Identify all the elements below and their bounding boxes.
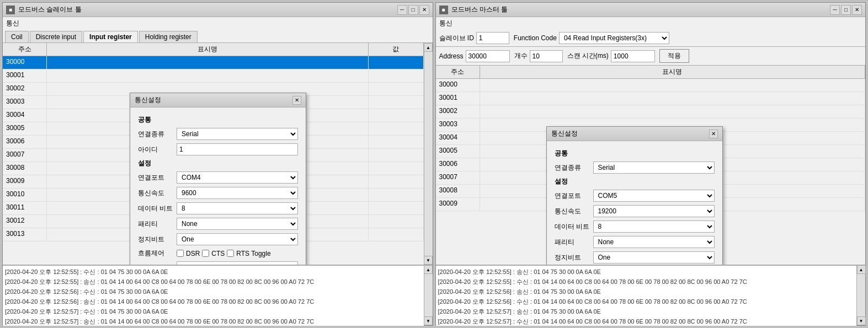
master-parity-select[interactable]: None: [593, 236, 715, 248]
slave-mode-select[interactable]: RTU: [177, 261, 298, 265]
master-connection-type-select[interactable]: Serial: [593, 162, 715, 174]
master-baud-row: 통신속도 19200: [555, 205, 715, 217]
slave-cts-checkbox[interactable]: [202, 250, 209, 257]
slave-close-btn[interactable]: ✕: [419, 5, 429, 15]
master-log-scroll-up[interactable]: ▲: [857, 265, 866, 274]
slave-row6-address: 30006: [3, 136, 47, 148]
slave-title-bar: ■ 모드버스 슬레이브 툴 ─ □ ✕: [3, 3, 433, 17]
slave-log-area: [2020-04-20 오후 12:52:55] : 수신 : 01 04 75…: [3, 265, 424, 326]
master-count-input[interactable]: [530, 50, 563, 62]
slave-title-left: ■ 모드버스 슬레이브 툴: [6, 5, 82, 14]
slave-row9-address: 30009: [3, 175, 47, 188]
master-row1-address: 30001: [436, 92, 480, 105]
slave-window: ■ 모드버스 슬레이브 툴 ─ □ ✕ 통신 Coil Discrete inp…: [2, 2, 433, 326]
master-count-field: 개수: [514, 50, 563, 62]
master-dialog-close-btn[interactable]: ✕: [709, 130, 718, 138]
slave-dsr-checkbox[interactable]: [177, 250, 184, 257]
slave-tab-discrete[interactable]: Discrete input: [30, 31, 82, 42]
master-address-field: Address: [439, 50, 510, 62]
master-minimize-btn[interactable]: ─: [830, 5, 840, 15]
slave-minimize-btn[interactable]: ─: [397, 5, 407, 15]
slave-scroll-up-btn[interactable]: ▲: [424, 43, 433, 52]
slave-row0-address: 30000: [3, 56, 47, 69]
master-row0-address: 30000: [436, 79, 480, 92]
slave-dialog-close-btn[interactable]: ✕: [292, 96, 301, 105]
slave-window-title: 모드버스 슬레이브 툴: [18, 5, 82, 14]
master-scan-input[interactable]: [611, 50, 655, 62]
master-log-line-0: [2020-04-20 오후 12:52:55] : 송신 : 01 04 75…: [438, 267, 855, 277]
table-row[interactable]: 30000: [3, 56, 424, 69]
slave-scrollbar[interactable]: ▲ ▼: [424, 43, 433, 265]
master-log-scrollbar[interactable]: ▲ ▼: [856, 265, 865, 325]
slave-tab-coil[interactable]: Coil: [5, 31, 29, 42]
master-databits-select[interactable]: 8: [593, 221, 715, 233]
slave-parity-select[interactable]: None: [177, 218, 298, 230]
slave-maximize-btn[interactable]: □: [408, 5, 418, 15]
master-row4-address: 30004: [436, 132, 480, 144]
master-scan-field: 스캔 시간(ms): [567, 50, 655, 62]
slave-row3-address: 30003: [3, 96, 47, 109]
master-row6-address: 30006: [436, 158, 480, 171]
master-slave-id-input[interactable]: [476, 32, 509, 44]
slave-row13-value: [369, 228, 424, 241]
slave-log-scroll-down[interactable]: ▼: [424, 316, 433, 325]
slave-tab-input-register[interactable]: Input register: [83, 31, 138, 42]
master-title-controls[interactable]: ─ □ ✕: [830, 5, 862, 15]
slave-tab-holding-register[interactable]: Holding register: [139, 31, 198, 42]
master-connection-type-row: 연결종류 Serial: [555, 162, 715, 174]
slave-settings-section-title: 설정: [138, 159, 298, 168]
master-address-label: Address: [439, 52, 464, 60]
table-row[interactable]: 30000: [436, 79, 866, 92]
master-log-container: [2020-04-20 오후 12:52:55] : 송신 : 01 04 75…: [436, 265, 866, 325]
slave-row3-value: [369, 96, 424, 109]
slave-databits-select[interactable]: 8: [177, 202, 298, 214]
slave-databits-label: 데이터 비트: [138, 204, 177, 213]
table-row[interactable]: 30001: [3, 69, 424, 83]
master-close-btn[interactable]: ✕: [852, 5, 862, 15]
slave-log-container: [2020-04-20 오후 12:52:55] : 수신 : 01 04 75…: [3, 265, 433, 325]
master-dialog: 통신설정 ✕ 공통 연결종류 Serial 설정 연결포트 COM5: [546, 126, 723, 265]
master-databits-row: 데이터 비트 8: [555, 221, 715, 233]
slave-col-address: 주소: [3, 43, 47, 56]
master-apply-button[interactable]: 적용: [659, 49, 689, 63]
master-address-input[interactable]: [466, 50, 510, 62]
master-function-code-select[interactable]: 04 Read Input Registers(3x): [559, 32, 669, 44]
slave-row7-value: [369, 149, 424, 162]
slave-port-label: 연결포트: [138, 173, 177, 182]
master-parity-label: 패리티: [555, 238, 593, 247]
master-port-select[interactable]: COM5: [593, 190, 715, 202]
master-common-section-title: 공통: [555, 149, 715, 158]
slave-connection-type-select[interactable]: Serial: [177, 128, 298, 140]
slave-baud-select[interactable]: 9600: [177, 187, 298, 199]
slave-common-section-title: 공통: [138, 115, 298, 125]
slave-content-area: 주소 표시명 값 30000 30001 30002: [3, 43, 433, 265]
slave-flow-label: 흐름제어: [138, 249, 177, 258]
master-log-scroll-down[interactable]: ▼: [857, 316, 866, 325]
table-row[interactable]: 30002: [436, 105, 866, 119]
master-count-label: 개수: [514, 51, 528, 61]
master-maximize-btn[interactable]: □: [841, 5, 851, 15]
slave-log-scroll-up[interactable]: ▲: [424, 265, 433, 274]
slave-dialog: 통신설정 ✕ 공통 연결종류 Serial 아이디 설정 연결포트: [130, 93, 306, 265]
slave-row1-value: [369, 69, 424, 82]
slave-scroll-down-btn[interactable]: ▼: [424, 256, 433, 265]
slave-log-line-5: [2020-04-20 오후 12:52:57] : 송신 : 01 04 14…: [5, 316, 422, 326]
slave-title-controls[interactable]: ─ □ ✕: [397, 5, 429, 15]
slave-rts-checkbox[interactable]: [227, 250, 234, 257]
slave-log-scrollbar[interactable]: ▲ ▼: [424, 265, 433, 325]
master-header: 슬레이브 ID Function Code 04 Read Input Regi…: [436, 30, 866, 47]
master-section-label: 통신: [436, 17, 866, 30]
master-stopbits-select[interactable]: One: [593, 251, 715, 264]
slave-id-label: 아이디: [138, 145, 177, 154]
slave-port-select[interactable]: COM4: [177, 171, 298, 184]
slave-mode-row: 모드 RTU: [138, 261, 298, 265]
slave-row5-address: 30005: [3, 122, 47, 135]
master-baud-select[interactable]: 19200: [593, 205, 715, 217]
master-port-label: 연결포트: [555, 191, 593, 201]
table-row[interactable]: 30001: [436, 92, 866, 105]
master-databits-label: 데이터 비트: [555, 222, 593, 232]
slave-port-row: 연결포트 COM4: [138, 171, 298, 184]
slave-id-input[interactable]: [177, 143, 298, 155]
slave-stopbits-select[interactable]: One: [177, 233, 298, 245]
slave-row1-address: 30001: [3, 69, 47, 82]
